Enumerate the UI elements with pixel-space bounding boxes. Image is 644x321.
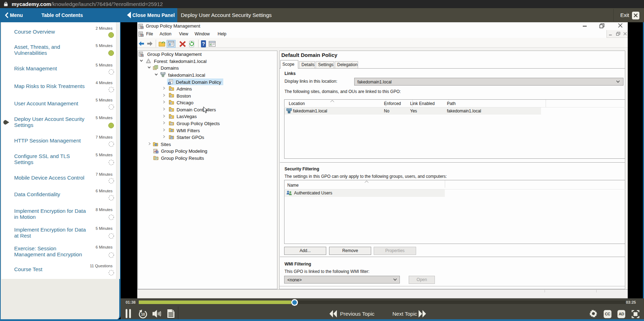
- svg-text:10: 10: [141, 313, 145, 316]
